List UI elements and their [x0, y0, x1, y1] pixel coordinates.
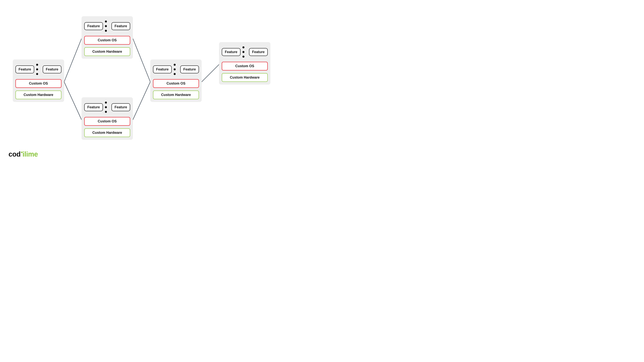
feature-box: Feature: [112, 22, 130, 30]
brand-logo: codilime: [8, 150, 38, 158]
device-node: Feature ● ● ● Feature Custom OS Custom H…: [82, 16, 133, 59]
device-node: Feature ● ● ● Feature Custom OS Custom H…: [219, 42, 270, 84]
ellipsis-icon: ● ● ●: [36, 62, 41, 76]
feature-box: Feature: [180, 65, 199, 73]
feature-row: Feature ● ● ● Feature: [84, 100, 130, 114]
edge-line: [202, 64, 219, 82]
feature-row: Feature ● ● ● Feature: [84, 19, 130, 33]
feature-box: Feature: [43, 65, 62, 73]
custom-os-bar: Custom OS: [16, 79, 62, 88]
custom-hardware-bar: Custom Hardware: [84, 128, 130, 137]
feature-box: Feature: [222, 48, 240, 56]
edge-line: [64, 82, 82, 120]
device-node: Feature ● ● ● Feature Custom OS Custom H…: [82, 97, 133, 140]
diagram-canvas: Feature ● ● ● Feature Custom OS Custom H…: [0, 0, 290, 163]
feature-box: Feature: [84, 103, 103, 111]
custom-os-bar: Custom OS: [84, 36, 130, 45]
custom-os-bar: Custom OS: [84, 117, 130, 126]
custom-hardware-bar: Custom Hardware: [153, 90, 199, 99]
edge-line: [64, 39, 82, 82]
feature-box: Feature: [112, 103, 130, 111]
edge-line: [133, 39, 150, 82]
custom-os-bar: Custom OS: [222, 62, 268, 70]
feature-row: Feature ● ● ● Feature: [16, 62, 62, 76]
feature-row: Feature ● ● ● Feature: [222, 45, 268, 59]
ellipsis-icon: ● ● ●: [104, 100, 110, 114]
brand-part1: cod: [8, 150, 21, 158]
feature-box: Feature: [16, 65, 34, 73]
feature-box: Feature: [249, 48, 268, 56]
feature-box: Feature: [153, 65, 172, 73]
custom-hardware-bar: Custom Hardware: [84, 47, 130, 56]
ellipsis-icon: ● ● ●: [104, 19, 110, 33]
device-node: Feature ● ● ● Feature Custom OS Custom H…: [150, 59, 202, 102]
edge-line: [133, 82, 150, 120]
ellipsis-icon: ● ● ●: [173, 62, 179, 76]
device-node: Feature ● ● ● Feature Custom OS Custom H…: [13, 59, 64, 102]
custom-hardware-bar: Custom Hardware: [16, 90, 62, 99]
custom-hardware-bar: Custom Hardware: [222, 73, 268, 82]
feature-row: Feature ● ● ● Feature: [153, 62, 199, 76]
brand-part2: ilime: [22, 150, 38, 158]
feature-box: Feature: [84, 22, 103, 30]
ellipsis-icon: ● ● ●: [242, 45, 248, 59]
brand-dot-icon: [21, 152, 22, 153]
custom-os-bar: Custom OS: [153, 79, 199, 88]
